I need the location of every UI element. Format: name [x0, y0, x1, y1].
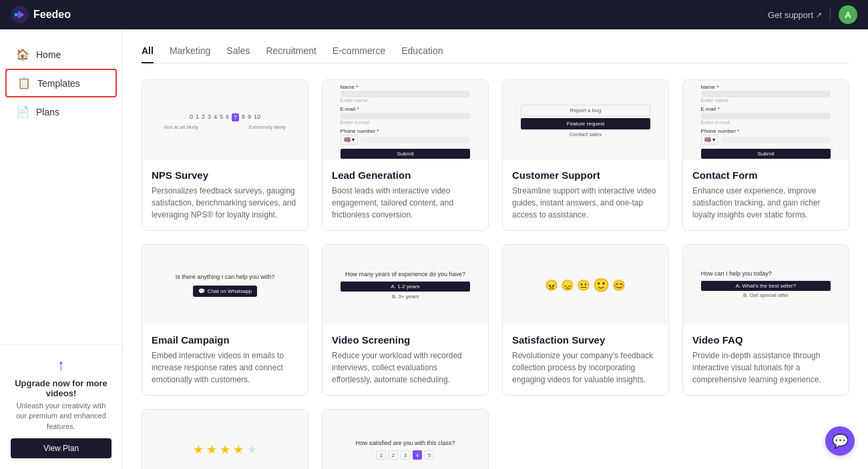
template-thumb-support: Report a bug Feature request Contact sal…: [503, 80, 668, 160]
get-support-label: Get support: [768, 10, 813, 20]
navbar-left: Feedeo: [11, 5, 71, 24]
template-thumb-stars: ★ ★ ★ ★ ★: [142, 410, 308, 469]
num-3: 3: [401, 450, 410, 460]
template-title-support: Customer Support: [512, 169, 659, 181]
template-card-email[interactable]: Is there anything I can help you with? 💬…: [142, 244, 308, 396]
sidebar-home-label: Home: [36, 49, 61, 60]
template-grid: 012345678910 Not at all likelyExtremely …: [142, 79, 849, 469]
template-info-satisfaction: Satisfaction Survey Revolutionize your c…: [503, 325, 668, 395]
template-thumb-satisfaction: 😠 😞 😐 🙂 😊: [503, 245, 668, 325]
sidebar-upgrade-section: ↑ Upgrade now for more videos! Unleash y…: [0, 344, 122, 469]
star-4: ★: [233, 442, 244, 457]
template-card-video-screening[interactable]: How many years of experience do you have…: [322, 244, 489, 396]
template-card-nps[interactable]: 012345678910 Not at all likelyExtremely …: [142, 79, 308, 231]
template-title-video-screening: Video Screening: [332, 334, 479, 346]
num-5: 5: [425, 450, 434, 460]
star-1: ★: [193, 442, 204, 457]
avatar[interactable]: A: [839, 5, 857, 24]
brand-name: Feedeo: [33, 9, 71, 21]
sidebar-item-home[interactable]: 🏠 Home: [5, 41, 117, 67]
template-info-video-screening: Video Screening Reduce your workload wit…: [322, 325, 488, 395]
template-thumb-nps: 012345678910 Not at all likelyExtremely …: [142, 80, 308, 160]
emoji-2: 😞: [561, 279, 574, 292]
template-info-faq: Video FAQ Provide in-depth assistance th…: [683, 325, 849, 395]
templates-icon: 📋: [17, 77, 31, 89]
template-desc-nps: Personalizes feedback surveys, gauging s…: [152, 185, 298, 221]
sidebar-nav: 🏠 Home 📋 Templates 📄 Plans: [0, 29, 122, 344]
template-card-class[interactable]: How satisfied are you with this class? 1…: [322, 409, 489, 469]
navbar: Feedeo Get support ↗ A: [0, 0, 868, 29]
home-icon: 🏠: [16, 48, 29, 61]
template-info-contact: Contact Form Enhance user experience, im…: [683, 160, 849, 230]
sidebar-item-plans[interactable]: 📄 Plans: [5, 99, 117, 125]
tab-recruitment[interactable]: Recruitment: [266, 45, 316, 63]
sidebar: 🏠 Home 📋 Templates 📄 Plans ↑ Upgrade now…: [0, 29, 123, 469]
num-2: 2: [389, 450, 398, 460]
template-title-nps: NPS Survey: [152, 169, 298, 181]
template-title-email: Email Campaign: [152, 334, 298, 346]
template-info-lead: Lead Generation Boost leads with interac…: [322, 160, 488, 230]
template-info-nps: NPS Survey Personalizes feedback surveys…: [142, 160, 308, 230]
upgrade-icon: ↑: [11, 356, 112, 374]
template-thumb-lead: Name * Enter name E-mail * Enter e-mail …: [322, 80, 488, 160]
navbar-right: Get support ↗ A: [768, 5, 857, 24]
main-layout: 🏠 Home 📋 Templates 📄 Plans ↑ Upgrade now…: [0, 29, 868, 469]
template-thumb-email: Is there anything I can help you with? 💬…: [142, 245, 308, 325]
plans-icon: 📄: [16, 105, 29, 118]
tab-ecommerce[interactable]: E-commerce: [333, 45, 385, 63]
upgrade-description: Unleash your creativity with our premium…: [11, 401, 112, 432]
sidebar-item-templates[interactable]: 📋 Templates: [5, 69, 117, 97]
template-title-contact: Contact Form: [692, 169, 839, 181]
tab-marketing[interactable]: Marketing: [170, 45, 210, 63]
template-info-support: Customer Support Streamline support with…: [503, 160, 668, 230]
template-desc-support: Streamline support with interactive vide…: [512, 185, 659, 221]
chat-support-button[interactable]: 💬: [825, 426, 855, 456]
template-info-email: Email Campaign Embed interactive videos …: [142, 325, 308, 395]
feedeo-logo-icon: [11, 5, 29, 24]
template-desc-video-screening: Reduce your workload with recorded inter…: [332, 350, 479, 386]
num-4: 4: [413, 450, 422, 460]
sidebar-templates-label: Templates: [37, 78, 80, 89]
tab-education[interactable]: Education: [401, 45, 443, 63]
star-3: ★: [220, 442, 230, 457]
navbar-logo: Feedeo: [11, 5, 71, 24]
view-plan-button[interactable]: View Plan: [11, 438, 112, 458]
tab-all[interactable]: All: [142, 45, 154, 63]
template-desc-faq: Provide in-depth assistance through inte…: [692, 350, 839, 386]
template-card-stars[interactable]: ★ ★ ★ ★ ★: [142, 409, 308, 469]
get-support-button[interactable]: Get support ↗: [768, 10, 822, 20]
tab-sales[interactable]: Sales: [226, 45, 250, 63]
emoji-4: 🙂: [593, 277, 610, 293]
emoji-5: 😊: [612, 279, 626, 292]
main-content: All Marketing Sales Recruitment E-commer…: [123, 29, 868, 469]
external-link-icon: ↗: [816, 11, 822, 19]
emoji-1: 😠: [545, 279, 558, 292]
template-card-satisfaction[interactable]: 😠 😞 😐 🙂 😊 Satisfaction Survey Revolution…: [502, 244, 669, 396]
navbar-divider: [830, 8, 831, 21]
svg-point-2: [15, 13, 18, 17]
template-title-satisfaction: Satisfaction Survey: [512, 334, 659, 346]
template-desc-email: Embed interactive videos in emails to in…: [152, 350, 298, 386]
upgrade-title: Upgrade now for more videos!: [11, 378, 112, 398]
template-card-faq[interactable]: How can I help you today? A. What's the …: [682, 244, 849, 396]
star-2: ★: [206, 442, 217, 457]
template-card-support[interactable]: Report a bug Feature request Contact sal…: [502, 79, 669, 231]
sidebar-plans-label: Plans: [36, 107, 59, 117]
template-thumb-faq: How can I help you today? A. What's the …: [683, 245, 849, 325]
category-tabs: All Marketing Sales Recruitment E-commer…: [142, 45, 849, 63]
template-title-faq: Video FAQ: [692, 334, 839, 346]
template-thumb-video-screening: How many years of experience do you have…: [322, 245, 488, 325]
template-desc-contact: Enhance user experience, improve satisfa…: [692, 185, 839, 221]
template-card-contact[interactable]: Name * Enter name E-mail * Enter e-mail …: [682, 79, 849, 231]
template-thumb-class: How satisfied are you with this class? 1…: [322, 410, 488, 469]
num-1: 1: [377, 450, 386, 460]
template-desc-satisfaction: Revolutionize your company's feedback co…: [512, 350, 659, 386]
template-title-lead: Lead Generation: [332, 169, 479, 181]
chat-icon: 💬: [832, 433, 849, 449]
template-thumb-contact: Name * Enter name E-mail * Enter e-mail …: [683, 80, 849, 160]
star-5: ★: [246, 442, 257, 457]
template-card-lead[interactable]: Name * Enter name E-mail * Enter e-mail …: [322, 79, 489, 231]
template-desc-lead: Boost leads with interactive video engag…: [332, 185, 479, 221]
emoji-3: 😐: [577, 279, 590, 292]
